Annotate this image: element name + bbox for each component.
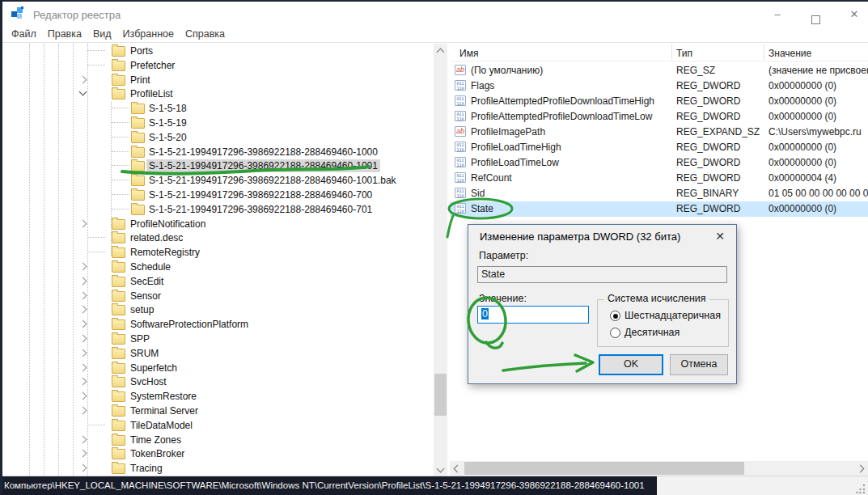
tree-item-label[interactable]: Prefetcher — [128, 59, 177, 72]
expand-chevron-icon[interactable] — [79, 363, 87, 371]
scroll-right-icon[interactable] — [857, 465, 865, 473]
tree-item[interactable]: related.desc — [2, 231, 434, 245]
tree-item[interactable]: RemoteRegistry — [2, 245, 434, 260]
tree-item-label[interactable]: SvcHost — [128, 375, 169, 388]
tree-item[interactable]: SecEdit — [2, 274, 434, 289]
tree-item[interactable]: Sensor — [2, 289, 434, 303]
param-name-field[interactable]: State — [477, 266, 727, 283]
column-separator[interactable] — [671, 44, 672, 60]
tree-item-label[interactable]: RemoteRegistry — [128, 246, 202, 259]
menu-item-Правка[interactable]: Правка — [42, 28, 87, 40]
scroll-up-icon[interactable] — [437, 49, 445, 57]
tree-item-label[interactable]: S-1-5-21-1994917296-3986922188-288469460… — [146, 174, 399, 187]
tree-item[interactable]: Terminal Server — [2, 404, 434, 418]
tree-item-label[interactable]: S-1-5-20 — [146, 131, 189, 144]
tree-item[interactable]: Superfetch — [2, 361, 434, 375]
dialog-close-button[interactable]: ✕ — [712, 228, 728, 244]
tree-item[interactable]: Prefetcher — [2, 58, 434, 73]
list-scrollbar-thumb[interactable] — [464, 462, 744, 475]
tree-item-label[interactable]: Print — [128, 74, 153, 87]
scroll-down-icon[interactable] — [437, 465, 445, 473]
tree-item[interactable]: SystemRestore — [2, 389, 434, 404]
tree-item-label[interactable]: Tracing — [128, 462, 165, 475]
expand-chevron-icon[interactable] — [79, 335, 87, 343]
value-row[interactable]: 011 110FlagsREG_DWORD0x00000000 (0) — [450, 78, 868, 94]
tree-item-label[interactable]: Terminal Server — [128, 404, 201, 417]
cancel-button[interactable]: Отмена — [670, 354, 728, 375]
menu-item-Файл[interactable]: Файл — [6, 28, 42, 40]
tree-item[interactable]: S-1-5-21-1994917296-3986922188-288469460… — [2, 202, 434, 217]
expand-chevron-icon[interactable] — [79, 306, 87, 314]
tree-scrollbar-thumb[interactable] — [434, 374, 447, 416]
tree-item-label[interactable]: ProfileNotification — [128, 218, 208, 231]
tree-item[interactable]: S-1-5-21-1994917296-3986922188-288469460… — [2, 173, 434, 188]
value-row[interactable]: 011 110ProfileAttemptedProfileDownloadTi… — [450, 94, 868, 109]
tree-item[interactable]: S-1-5-21-1994917296-3986922188-288469460… — [2, 188, 434, 202]
column-separator[interactable] — [764, 44, 764, 60]
value-row[interactable]: 011 110ProfileLoadTimeHighREG_DWORD0x000… — [450, 140, 868, 155]
tree-item-label[interactable]: related.desc — [128, 231, 185, 244]
column-header-name[interactable]: Имя — [459, 48, 478, 59]
tree-item[interactable]: S-1-5-19 — [2, 116, 434, 130]
value-row[interactable]: ab(По умолчанию)REG_SZ(значение не присв… — [450, 63, 868, 78]
tree-item-label[interactable]: Sensor — [128, 290, 163, 302]
tree-item-label[interactable]: S-1-5-19 — [146, 116, 189, 129]
tree-item[interactable]: Ports — [2, 44, 434, 58]
tree-item[interactable]: Time Zones — [2, 433, 434, 447]
collapse-chevron-icon[interactable] — [79, 88, 87, 96]
tree-item-label[interactable]: setup — [128, 303, 156, 316]
tree-item-label[interactable]: SPP — [128, 332, 152, 345]
column-header-type[interactable]: Тип — [676, 48, 692, 59]
expand-chevron-icon[interactable] — [79, 450, 87, 458]
expand-chevron-icon[interactable] — [79, 392, 87, 400]
tree-item[interactable]: S-1-5-21-1994917296-3986922188-288469460… — [2, 145, 434, 159]
tree-item[interactable]: Schedule — [2, 260, 434, 274]
tree-item[interactable]: SRUM — [2, 346, 434, 361]
expand-chevron-icon[interactable] — [79, 407, 87, 415]
value-row[interactable]: 011 110StateREG_DWORD0x00000000 (0) — [450, 201, 868, 217]
tree-item[interactable]: S-1-5-18 — [2, 101, 434, 116]
menu-item-Избранное[interactable]: Избранное — [117, 28, 180, 40]
tree-item[interactable]: ProfileList — [2, 87, 434, 101]
close-button[interactable]: ✕ — [842, 6, 866, 23]
tree-item[interactable]: setup — [2, 302, 434, 317]
expand-chevron-icon[interactable] — [79, 291, 87, 299]
tree-item-label[interactable]: SecEdit — [128, 275, 166, 288]
tree-item-label[interactable]: S-1-5-21-1994917296-3986922188-288469460… — [146, 188, 375, 201]
menu-item-Справка[interactable]: Справка — [180, 28, 231, 40]
radio-icon-dec[interactable] — [610, 328, 620, 338]
maximize-button[interactable] — [803, 6, 828, 23]
tree-item-label[interactable]: TileDataModel — [128, 419, 195, 432]
expand-chevron-icon[interactable] — [79, 349, 87, 357]
tree-item-label[interactable]: S-1-5-21-1994917296-3986922188-288469460… — [146, 203, 375, 216]
radio-label-dec[interactable]: Десятичная — [625, 327, 680, 338]
tree-item[interactable]: S-1-5-21-1994917296-3986922188-288469460… — [2, 159, 434, 173]
tree-item-label[interactable]: Schedule — [128, 260, 173, 273]
value-row[interactable]: 011 110RefCountREG_DWORD0x00000004 (4) — [450, 171, 868, 186]
expand-chevron-icon[interactable] — [79, 435, 87, 443]
expand-chevron-icon[interactable] — [79, 378, 87, 386]
tree-item[interactable]: Print — [2, 73, 434, 87]
tree-item[interactable]: SoftwareProtectionPlatform — [2, 317, 434, 332]
column-header-value[interactable]: Значение — [768, 48, 811, 59]
tree-item-label[interactable]: SRUM — [128, 347, 161, 360]
tree-item-label[interactable]: S-1-5-21-1994917296-3986922188-288469460… — [146, 159, 380, 172]
tree-item[interactable]: TileDataModel — [2, 418, 434, 433]
tree-item-label[interactable]: ProfileList — [128, 87, 176, 100]
resize-grip-icon[interactable] — [856, 484, 866, 493]
radio-icon-hex[interactable] — [610, 311, 620, 321]
tree-item[interactable]: ProfileNotification — [2, 217, 434, 231]
tree-item-label[interactable]: TokenBroker — [128, 447, 187, 460]
tree-item-label[interactable]: SoftwareProtectionPlatform — [128, 318, 251, 331]
tree-item-label[interactable]: S-1-5-21-1994917296-3986922188-288469460… — [146, 146, 380, 159]
expand-chevron-icon[interactable] — [79, 263, 87, 271]
expand-chevron-icon[interactable] — [79, 320, 87, 328]
scroll-left-icon[interactable] — [454, 465, 462, 473]
tree-item-label[interactable]: Time Zones — [128, 434, 184, 446]
value-row[interactable]: 011 110ProfileLoadTimeLowREG_DWORD0x0000… — [450, 155, 868, 171]
tree-item[interactable]: Tracing — [2, 461, 434, 476]
radio-label-hex[interactable]: Шестнадцатеричная — [625, 310, 721, 321]
tree-item[interactable]: TokenBroker — [2, 446, 434, 461]
tree-item-label[interactable]: SystemRestore — [128, 390, 199, 403]
tree-item-label[interactable]: Superfetch — [128, 362, 180, 374]
